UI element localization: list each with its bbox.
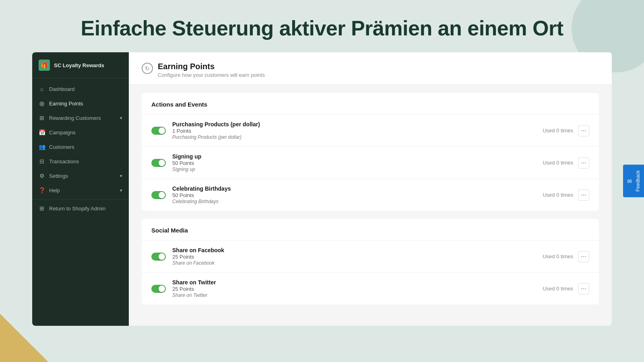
sidebar: 🎁 SC Loyalty Rewards ⌂ Dashboard ◎ Earni… [32,52,129,326]
sidebar-item-label: Help [49,187,60,193]
sidebar-item-label: Rewarding Customers [49,115,101,121]
action-points: 25 Points [172,286,536,292]
feedback-button[interactable]: ✉ Feedback [623,165,644,197]
chevron-down-icon: ▾ [120,173,122,179]
action-meta: Used 0 times ··· [543,283,589,294]
sidebar-item-return-shopify[interactable]: ⊞ Return to Shopify Admin [32,201,129,216]
action-item-celebrating-birthdays: Celebrating Birthdays 50 Points Celebrat… [142,179,599,211]
page-header: Einfache Steuerung aktiver Prämien an ei… [0,0,644,52]
content-title: Earning Points [158,62,265,71]
action-points: 25 Points [172,254,536,260]
sidebar-item-label: Customers [49,144,74,150]
action-name: Purchasing Products (per dollar) [172,121,536,128]
action-info-share-facebook: Share on Facebook 25 Points Share on Fac… [172,247,536,266]
action-item-purchasing-products: Purchasing Products (per dollar) 1 Point… [142,114,599,146]
action-meta: Used 0 times ··· [543,125,589,136]
sidebar-item-rewarding-customers[interactable]: ⊞ Rewarding Customers ▾ [32,111,129,125]
home-icon: ⌂ [39,86,45,92]
more-options-button[interactable]: ··· [578,125,589,136]
chevron-down-icon: ▾ [120,188,122,193]
action-description: Celebrating Birthdays [172,199,536,204]
page-headline: Einfache Steuerung aktiver Prämien an ei… [0,16,644,40]
more-options-button[interactable]: ··· [578,189,589,201]
feedback-icon: ✉ [626,178,633,184]
customers-icon: 👥 [39,144,45,150]
action-info-celebrating-birthdays: Celebrating Birthdays 50 Points Celebrat… [172,185,536,204]
action-name: Celebrating Birthdays [172,185,536,192]
sidebar-item-label: Dashboard [49,86,75,92]
earning-points-icon: ◎ [39,100,45,107]
content-subtitle: Configure how your customers will earn p… [158,72,265,78]
sidebar-item-customers[interactable]: 👥 Customers [32,140,129,154]
action-name: Share on Facebook [172,247,536,253]
content-body: Actions and Events Purchasing Products (… [129,85,612,321]
sidebar-item-campaigns[interactable]: 📅 Campaigns [32,125,129,140]
sidebar-brand: 🎁 SC Loyalty Rewards [32,52,129,78]
nav-divider [32,199,129,200]
action-description: Share on Facebook [172,260,536,266]
sidebar-item-transactions[interactable]: ⊟ Transactions [32,154,129,169]
section-social-media: Social Media Share on Facebook 25 Points… [142,219,599,304]
sidebar-item-earning-points[interactable]: ◎ Earning Points [32,96,129,111]
action-info-share-twitter: Share on Twitter 25 Points Share on Twit… [172,279,536,298]
section-title-social: Social Media [142,219,599,240]
nav-items: ⌂ Dashboard ◎ Earning Points ⊞ Rewarding… [32,78,129,219]
feedback-label: Feedback [635,171,641,192]
used-count: Used 0 times [543,128,573,134]
section-title-actions: Actions and Events [142,93,599,114]
sidebar-item-label: Settings [49,173,68,179]
action-item-signing-up: Signing up 50 Points Signing up Used 0 t… [142,146,599,179]
action-name: Share on Twitter [172,279,536,286]
rewarding-customers-icon: ⊞ [39,115,45,121]
used-count: Used 0 times [543,160,573,166]
action-item-share-facebook: Share on Facebook 25 Points Share on Fac… [142,240,599,272]
used-count: Used 0 times [543,192,573,198]
sidebar-item-label: Earning Points [49,101,83,107]
sidebar-item-dashboard[interactable]: ⌂ Dashboard [32,82,129,96]
action-points: 50 Points [172,192,536,198]
action-description: Share on Twitter [172,292,536,298]
campaigns-icon: 📅 [39,129,45,136]
toggle-purchasing-products[interactable] [151,127,166,135]
sidebar-item-help[interactable]: ❓ Help ▾ [32,183,129,197]
return-shopify-icon: ⊞ [39,205,45,212]
section-actions-events: Actions and Events Purchasing Products (… [142,93,599,211]
sidebar-item-label: Campaigns [49,130,76,136]
brand-name: SC Loyalty Rewards [54,62,104,68]
content-header: ↻ Earning Points Configure how your cust… [129,52,612,85]
action-description: Purchasing Products (per dollar) [172,134,536,140]
more-options-button[interactable]: ··· [578,283,589,294]
toggle-celebrating-birthdays[interactable] [151,191,166,199]
more-options-button[interactable]: ··· [578,157,589,169]
action-info-signing-up: Signing up 50 Points Signing up [172,153,536,172]
toggle-signing-up[interactable] [151,159,166,167]
chevron-down-icon: ▾ [120,115,122,121]
action-meta: Used 0 times ··· [543,189,589,201]
used-count: Used 0 times [543,286,573,292]
transactions-icon: ⊟ [39,158,45,165]
toggle-share-facebook[interactable] [151,253,166,261]
help-icon: ❓ [39,187,45,193]
toggle-share-twitter[interactable] [151,285,166,293]
sidebar-item-label: Return to Shopify Admin [49,206,105,212]
action-item-share-twitter: Share on Twitter 25 Points Share on Twit… [142,272,599,304]
action-meta: Used 0 times ··· [543,157,589,169]
sidebar-item-label: Transactions [49,158,79,165]
earning-points-header-icon: ↻ [142,63,153,74]
content-header-text: Earning Points Configure how your custom… [158,62,265,78]
main-layout: 🎁 SC Loyalty Rewards ⌂ Dashboard ◎ Earni… [32,52,612,326]
sidebar-item-settings[interactable]: ⚙ Settings ▾ [32,169,129,183]
action-points: 1 Points [172,128,536,134]
action-meta: Used 0 times ··· [543,251,589,262]
more-options-button[interactable]: ··· [578,251,589,262]
action-info-purchasing-products: Purchasing Products (per dollar) 1 Point… [172,121,536,140]
used-count: Used 0 times [543,253,573,259]
action-points: 50 Points [172,160,536,166]
settings-icon: ⚙ [39,173,45,179]
brand-icon: 🎁 [39,60,50,71]
action-description: Signing up [172,167,536,172]
content-area: ↻ Earning Points Configure how your cust… [129,52,612,326]
action-name: Signing up [172,153,536,160]
